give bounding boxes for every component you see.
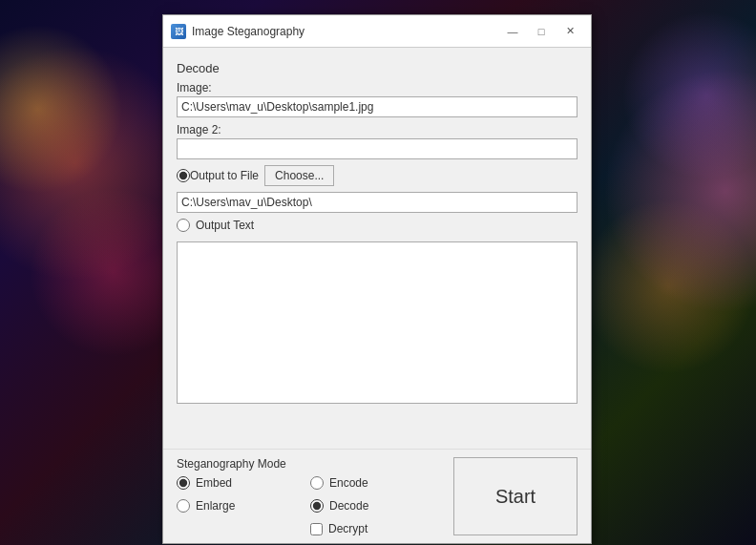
- encode-row: Encode: [310, 476, 444, 490]
- enlarge-label[interactable]: Enlarge: [196, 499, 235, 513]
- encode-decode-section: Encode Decode Decrypt: [310, 457, 444, 535]
- close-button[interactable]: ✕: [556, 22, 583, 41]
- embed-row: Embed: [177, 476, 310, 490]
- image2-input[interactable]: [177, 138, 578, 159]
- output-text-radio[interactable]: [177, 219, 190, 232]
- output-to-file-row: Output to File Choose...: [177, 165, 578, 186]
- embed-label[interactable]: Embed: [196, 476, 232, 490]
- start-button[interactable]: Start: [453, 457, 578, 535]
- bottom-section: Steganography Mode Embed Enlarge: [163, 449, 591, 543]
- enlarge-radio[interactable]: [177, 499, 190, 513]
- enlarge-row: Enlarge: [177, 499, 310, 513]
- encode-decode-options: Encode Decode Decrypt: [310, 476, 444, 535]
- minimize-button[interactable]: —: [499, 22, 526, 41]
- output-text-row: Output Text: [177, 219, 578, 232]
- window-controls: — □ ✕: [499, 22, 583, 41]
- decrypt-label[interactable]: Decrypt: [328, 522, 368, 535]
- mode-title: Steganography Mode: [177, 457, 310, 471]
- steganography-mode: Steganography Mode Embed Enlarge: [177, 457, 310, 535]
- encode-radio[interactable]: [310, 476, 324, 490]
- title-bar: 🖼 Image Steganography — □ ✕: [163, 15, 591, 48]
- decode-mode-label[interactable]: Decode: [329, 499, 368, 513]
- mode-options: Embed Enlarge: [177, 476, 310, 518]
- maximize-button[interactable]: □: [528, 22, 555, 41]
- output-path-input[interactable]: [177, 192, 578, 213]
- decrypt-checkbox[interactable]: [310, 523, 323, 535]
- decode-mode-row: Decode: [310, 499, 444, 513]
- image-label: Image:: [177, 81, 578, 94]
- window-title: Image Steganography: [192, 25, 499, 38]
- decode-section-label: Decode: [177, 61, 578, 75]
- app-icon: 🖼: [171, 24, 186, 39]
- embed-radio[interactable]: [177, 476, 190, 490]
- app-icon-symbol: 🖼: [175, 27, 183, 36]
- window-content: Decode Image: Image 2: Output to File Ch…: [163, 48, 591, 449]
- output-text-label[interactable]: Output Text: [196, 219, 254, 232]
- output-textarea[interactable]: [177, 241, 578, 404]
- image-input[interactable]: [177, 96, 578, 117]
- choose-button[interactable]: Choose...: [264, 165, 334, 186]
- output-to-file-label[interactable]: Output to File: [190, 169, 259, 182]
- encode-label[interactable]: Encode: [329, 476, 368, 490]
- main-window: 🖼 Image Steganography — □ ✕ Decode Image…: [162, 14, 592, 544]
- decode-mode-radio[interactable]: [310, 499, 324, 513]
- output-to-file-radio[interactable]: [177, 169, 190, 182]
- image2-label: Image 2:: [177, 123, 578, 136]
- decrypt-row: Decrypt: [310, 522, 444, 535]
